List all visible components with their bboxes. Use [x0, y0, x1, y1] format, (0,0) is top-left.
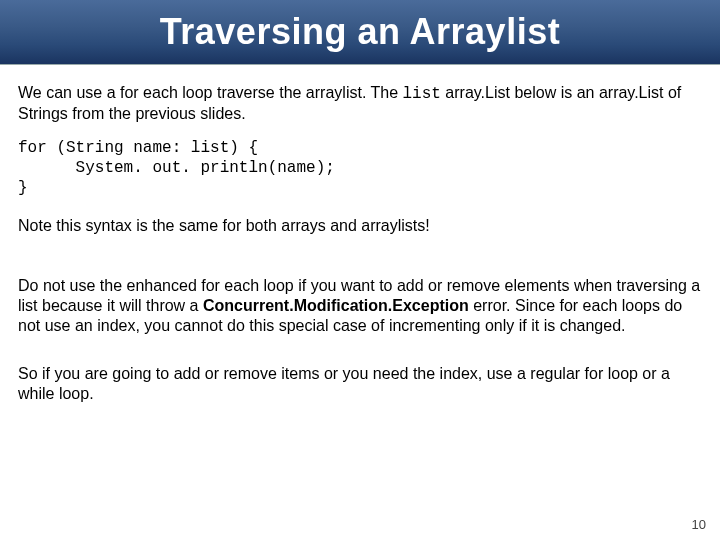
slide-content: We can use a for each loop traverse the … — [0, 65, 720, 404]
note-paragraph: Note this syntax is the same for both ar… — [18, 216, 702, 236]
intro-paragraph: We can use a for each loop traverse the … — [18, 83, 702, 124]
spacer — [18, 350, 702, 356]
title-bar: Traversing an Arraylist — [0, 0, 720, 65]
warning-paragraph: Do not use the enhanced for each loop if… — [18, 276, 702, 336]
spacer — [18, 250, 702, 268]
slide-title: Traversing an Arraylist — [160, 11, 560, 53]
code-block: for (String name: list) { System. out. p… — [18, 138, 702, 198]
warning-exception-name: Concurrent.Modification.Exception — [203, 297, 469, 314]
intro-inline-code: list — [403, 85, 441, 103]
slide: Traversing an Arraylist We can use a for… — [0, 0, 720, 540]
conclusion-paragraph: So if you are going to add or remove ite… — [18, 364, 702, 404]
page-number: 10 — [692, 517, 706, 532]
intro-text-before: We can use a for each loop traverse the … — [18, 84, 403, 101]
